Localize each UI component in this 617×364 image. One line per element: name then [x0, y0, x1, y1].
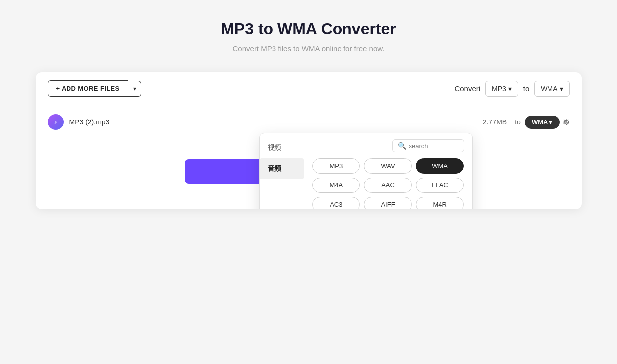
file-size: 2.77MB [483, 118, 507, 126]
toolbar-left: + ADD MORE FILES ▾ [48, 80, 141, 97]
file-to-label: to [515, 118, 521, 126]
page-title: MP3 to WMA Converter [221, 20, 396, 38]
category-list: 视频 音频 [260, 133, 304, 209]
to-format-button[interactable]: WMA ▾ [534, 81, 569, 97]
format-option-m4r[interactable]: M4R [416, 197, 464, 209]
file-format-button[interactable]: WMA ▾ [525, 116, 560, 129]
search-icon: 🔍 [398, 142, 406, 150]
format-list: 🔍 MP3WAVWMAM4AAACFLACAC3AIFFM4RM4BAUAPEO… [304, 133, 472, 209]
category-video[interactable]: 视频 [260, 137, 304, 158]
format-option-ac3[interactable]: AC3 [312, 197, 360, 209]
format-option-m4a[interactable]: M4A [312, 178, 360, 193]
close-file-button[interactable]: ✕ [562, 117, 570, 127]
category-audio[interactable]: 音频 [260, 158, 304, 179]
search-box: 🔍 [312, 139, 464, 152]
page-subtitle: Convert MP3 files to WMA online for free… [233, 44, 385, 53]
convert-label: Convert [454, 84, 480, 93]
toolbar: + ADD MORE FILES ▾ Convert MP3 ▾ to WMA … [36, 72, 582, 105]
format-option-wav[interactable]: WAV [364, 158, 412, 174]
add-files-dropdown-button[interactable]: ▾ [128, 81, 141, 97]
file-row: ♪ MP3 (2).mp3 2.77MB to WMA ▾ ⚙ ✕ 视频 音频 … [36, 105, 582, 139]
search-input-wrap: 🔍 [392, 139, 464, 152]
search-input[interactable] [409, 142, 459, 150]
toolbar-right: Convert MP3 ▾ to WMA ▾ [454, 81, 569, 97]
format-option-mp3[interactable]: MP3 [312, 158, 360, 174]
format-option-wma[interactable]: WMA [416, 158, 464, 174]
add-files-button[interactable]: + ADD MORE FILES [48, 80, 128, 97]
from-format-button[interactable]: MP3 ▾ [485, 81, 518, 97]
file-name: MP3 (2).mp3 [69, 118, 483, 126]
format-option-aiff[interactable]: AIFF [364, 197, 412, 209]
format-grid: MP3WAVWMAM4AAACFLACAC3AIFFM4RM4BAUAPEOGG… [312, 158, 464, 209]
format-option-aac[interactable]: AAC [364, 178, 412, 193]
file-icon: ♪ [48, 114, 64, 130]
converter-box: + ADD MORE FILES ▾ Convert MP3 ▾ to WMA … [36, 72, 582, 209]
format-dropdown: 视频 音频 🔍 MP3WAVWMAM4AAACFLACAC3AIFFM4RM4B… [259, 133, 473, 209]
to-label: to [523, 84, 530, 93]
format-option-flac[interactable]: FLAC [416, 178, 464, 193]
